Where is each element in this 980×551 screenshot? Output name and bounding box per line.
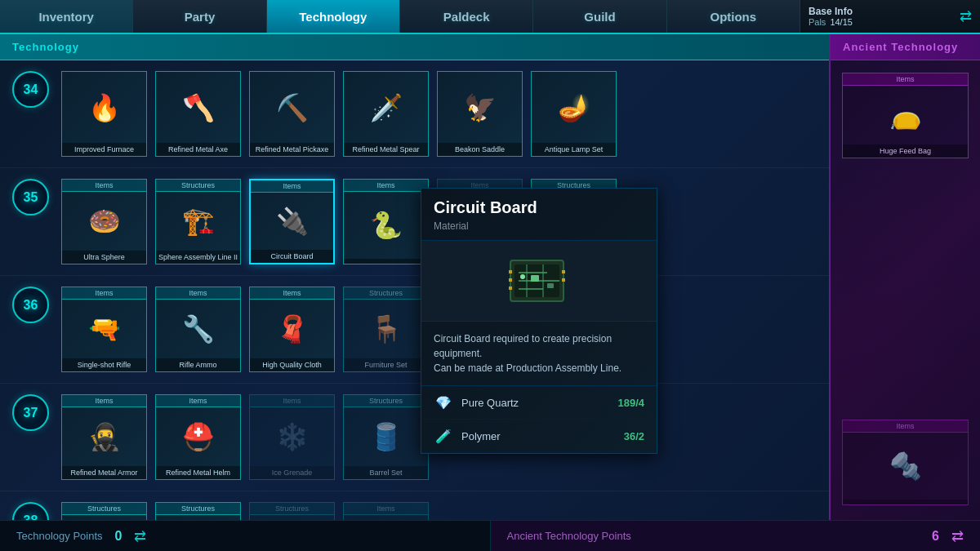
circuit-board-tooltip: Circuit Board Material Circuit Board req…: [421, 188, 657, 454]
tech-card-antique-lamp-set[interactable]: 🪔 Antique Lamp Set: [531, 71, 617, 157]
tech-points-label: Technology Points: [16, 530, 103, 542]
level-badge-34: 34: [12, 71, 49, 108]
tech-card-high-quality-cloth[interactable]: Items 🧣 High Quality Cloth: [249, 287, 335, 372]
base-info: Base Info Pals 14/15: [808, 6, 953, 27]
tech-card-improved-furnace[interactable]: 🔥 Improved Furnace: [61, 71, 147, 157]
tech-card-refined-metal-spear[interactable]: 🗡️ Refined Metal Spear: [343, 71, 429, 157]
ancient-points-icon: ⇄: [951, 527, 964, 545]
ancient-technology-panel: Ancient Technology Items 👝 Huge Feed Bag…: [829, 34, 980, 520]
level-badge-38: 38: [12, 502, 49, 520]
nav-bar: Inventory Party Technology Paldeck Guild…: [0, 0, 980, 34]
ingredient-row-polymer: 🧪 Polymer 36/2: [421, 420, 657, 453]
tech-card-38-structures-2[interactable]: Structures 🌿: [155, 502, 241, 520]
tech-card-refined-metal-pickaxe[interactable]: ⛏️ Refined Metal Pickaxe: [249, 71, 335, 157]
svg-rect-10: [509, 270, 512, 273]
ancient-points-value: 6: [932, 529, 939, 544]
tech-card-sphere-assembly-line[interactable]: Structures 🏗️ Sphere Assembly Line II: [155, 179, 241, 264]
svg-rect-7: [531, 275, 539, 282]
level-badge-36: 36: [12, 287, 49, 323]
tech-points-value: 0: [115, 529, 122, 544]
tech-card-ice-grenade[interactable]: Items ❄️ Ice Grenade: [249, 394, 335, 480]
tab-paldeck[interactable]: Paldeck: [400, 0, 533, 33]
tech-card-rifle-ammo[interactable]: Items 🔧 Rifle Ammo: [155, 287, 241, 372]
nav-switch-icon[interactable]: ⇄: [960, 7, 972, 25]
tab-party[interactable]: Party: [133, 0, 266, 33]
ancient-panel-spacer: [835, 167, 976, 411]
technology-panel: Technology 34 🔥 Improved Furnace: [0, 34, 829, 520]
tab-inventory[interactable]: Inventory: [0, 0, 133, 33]
tech-points-section: Technology Points 0 ⇄: [0, 521, 491, 551]
tech-card-38-items[interactable]: Items 📦: [343, 502, 429, 520]
bottom-bar: Technology Points 0 ⇄ Ancient Technology…: [0, 520, 980, 551]
nav-right-panel: Base Info Pals 14/15 ⇄: [800, 0, 980, 33]
tech-card-circuit-board[interactable]: Items 🔌 Circuit Board: [249, 179, 335, 264]
ancient-points-label: Ancient Technology Points: [507, 530, 631, 542]
tech-card-refined-metal-axe[interactable]: 🪓 Refined Metal Axe: [155, 71, 241, 157]
level-badge-35: 35: [12, 179, 49, 216]
tab-guild[interactable]: Guild: [533, 0, 666, 33]
svg-rect-8: [547, 283, 554, 288]
tech-card-refined-metal-helm[interactable]: Items ⛑️ Refined Metal Helm: [155, 394, 241, 480]
ancient-technology-section-header: Ancient Technology: [831, 34, 980, 60]
tech-card-beakon-saddle[interactable]: 🦅 Beakon Saddle: [437, 71, 523, 157]
tooltip-ingredients: 💎 Pure Quartz 189/4 🧪 Polymer 36/2: [421, 385, 657, 453]
ancient-points-section: Ancient Technology Points 6 ⇄: [491, 521, 981, 551]
svg-point-9: [520, 274, 525, 279]
tech-card-38-structures-3[interactable]: Structures 🏗️: [249, 502, 335, 520]
technology-section-header: Technology: [0, 34, 829, 60]
tech-card-furniture-set[interactable]: Structures 🪑 Furniture Set: [343, 287, 429, 372]
tech-card-ultra-sphere[interactable]: Items 🍩 Ultra Sphere: [61, 179, 147, 264]
tab-technology[interactable]: Technology: [267, 0, 400, 33]
ancient-cards-container: Items 👝 Huge Feed Bag Items 🔩: [831, 60, 980, 518]
tech-card-barrel-set[interactable]: Structures 🛢️ Barrel Set: [343, 394, 429, 480]
svg-rect-14: [562, 278, 565, 282]
ancient-card-2[interactable]: Items 🔩: [842, 420, 969, 505]
ingredient-row-pure-quartz: 💎 Pure Quartz 189/4: [421, 386, 657, 420]
tech-card-38-structures-1[interactable]: Structures ⬛: [61, 502, 147, 520]
tech-card-refined-metal-armor[interactable]: Items 🥷 Refined Metal Armor: [61, 394, 147, 480]
tech-card-single-shot-rifle[interactable]: Items 🔫 Single-shot Rifle: [61, 287, 147, 372]
tech-points-icon: ⇄: [134, 527, 146, 545]
tech-card-items-snake[interactable]: Items 🐍: [343, 179, 429, 264]
tab-options[interactable]: Options: [667, 0, 800, 33]
svg-rect-12: [509, 287, 512, 290]
ancient-card-huge-feed-bag[interactable]: Items 👝 Huge Feed Bag: [842, 73, 969, 158]
svg-rect-13: [562, 270, 565, 273]
svg-rect-11: [509, 278, 512, 282]
tooltip-image: [421, 240, 657, 322]
tech-grid-container: 34 🔥 Improved Furnace 🪓 Refined Metal Ax…: [0, 60, 829, 520]
level-badge-37: 37: [12, 394, 49, 431]
polymer-icon: 🧪: [434, 426, 453, 446]
pure-quartz-icon: 💎: [434, 393, 453, 412]
